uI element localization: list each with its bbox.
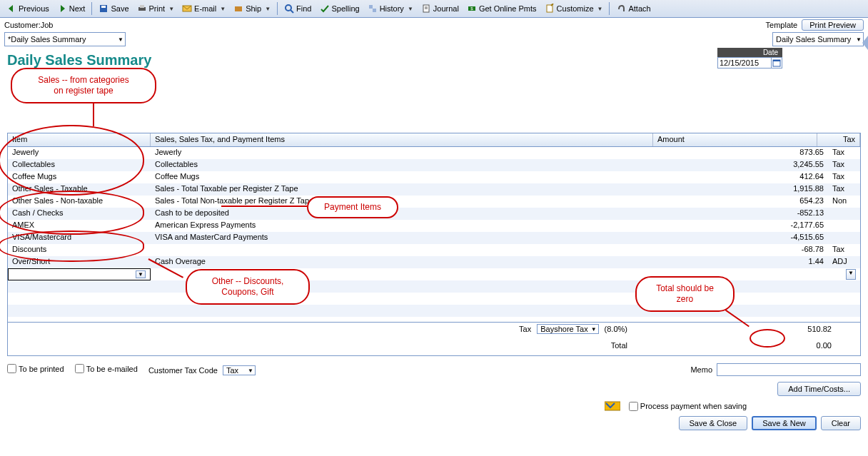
svg-rect-11: [373, 9, 376, 12]
find-button[interactable]: Find: [281, 2, 315, 15]
table-row[interactable]: Over/ShortCash Overage1.44ADJ: [8, 256, 860, 268]
cell-amount[interactable]: 873.65: [664, 147, 828, 159]
table-row-empty[interactable]: [8, 317, 860, 322]
cust-tax-code-dropdown[interactable]: Tax ▼: [223, 365, 256, 375]
cell-amount[interactable]: 412.64: [664, 171, 828, 183]
date-input[interactable]: [718, 58, 771, 68]
memo-input[interactable]: [717, 363, 861, 376]
sales-items-oval: [0, 125, 144, 196]
bottom-options-row: To be printed To be e-mailed Customer Ta…: [0, 359, 868, 380]
col-header-desc[interactable]: Sales, Sales Tax, and Payment Items: [151, 133, 653, 146]
callout-other: Other -- Discounts, Coupons, Gift: [186, 269, 310, 305]
save-button[interactable]: Save: [95, 2, 132, 15]
calendar-icon[interactable]: [771, 58, 782, 68]
to-be-printed-checkbox[interactable]: To be printed: [7, 364, 64, 373]
payment-icon: [605, 400, 620, 412]
save-icon: [99, 4, 108, 14]
callout-connector: [221, 206, 307, 207]
email-icon: [182, 4, 192, 14]
svg-marker-0: [9, 5, 13, 12]
save-close-button[interactable]: Save & Close: [679, 416, 748, 430]
tax-label: Tax: [519, 325, 531, 333]
cell-amount[interactable]: 654.23: [664, 196, 828, 208]
customize-button[interactable]: Customize ▼: [541, 2, 607, 15]
print-button[interactable]: Print ▼: [133, 2, 178, 15]
cell-tax[interactable]: ADJ: [828, 256, 860, 268]
cell-desc[interactable]: Coffee Mugs: [151, 171, 664, 183]
svg-rect-20: [773, 60, 780, 61]
spelling-button[interactable]: Spelling: [316, 2, 363, 15]
previous-button[interactable]: Previous: [3, 2, 53, 15]
cell-tax[interactable]: Non: [828, 196, 860, 208]
spelling-label: Spelling: [332, 4, 360, 13]
cell-desc[interactable]: Cash Overage: [151, 256, 664, 268]
to-be-emailed-input[interactable]: [75, 364, 84, 373]
table-row[interactable]: Other Sales - TaxableSales - Total Taxab…: [8, 183, 860, 196]
cell-tax-edit[interactable]: ▼: [828, 268, 860, 280]
dropdown-arrow-icon[interactable]: ▼: [408, 6, 413, 12]
cell-desc[interactable]: Jewerly: [151, 147, 664, 159]
cell-amount[interactable]: -68.78: [664, 244, 828, 256]
cell-tax[interactable]: Tax: [828, 244, 860, 256]
cell-desc[interactable]: Cash to be deposited: [151, 208, 664, 220]
email-button[interactable]: E-mail ▼: [178, 2, 229, 15]
customize-label: Customize: [557, 4, 594, 13]
svg-point-8: [286, 5, 291, 11]
dropdown-arrow-icon[interactable]: ▼: [168, 6, 174, 12]
to-be-emailed-checkbox[interactable]: To be e-mailed: [75, 364, 138, 373]
cell-amount[interactable]: 3,245.55: [664, 159, 828, 171]
cell-amount[interactable]: -852.13: [664, 208, 828, 220]
callout-total-text: Total should be zero: [656, 283, 714, 304]
cell-desc[interactable]: Collectables: [151, 159, 664, 171]
chevron-down-icon[interactable]: ▼: [846, 269, 856, 280]
cell-tax[interactable]: Tax: [828, 159, 860, 171]
get-online-pmts-button[interactable]: $ Get Online Pmts: [463, 2, 540, 15]
template-dropdown[interactable]: Daily Sales Summary ▼: [772, 32, 864, 46]
cell-tax[interactable]: [828, 208, 860, 220]
dropdown-arrow-icon[interactable]: ▼: [597, 6, 603, 12]
cell-amount[interactable]: 1,915.88: [664, 183, 828, 196]
svg-rect-3: [101, 6, 106, 8]
process-payment-checkbox[interactable]: Process payment when saving: [629, 402, 747, 411]
previous-label: Previous: [19, 4, 49, 13]
dropdown-arrow-icon[interactable]: ▼: [220, 6, 226, 12]
total-summary-row: Total 0.00: [7, 335, 861, 356]
process-payment-input[interactable]: [629, 402, 638, 411]
table-edit-row[interactable]: ▼▼: [8, 268, 860, 280]
next-button[interactable]: Next: [54, 2, 89, 15]
chevron-down-icon[interactable]: ▼: [136, 270, 146, 278]
dropdown-arrow-icon[interactable]: ▼: [265, 6, 271, 12]
cell-tax[interactable]: [828, 232, 860, 244]
cell-desc[interactable]: [151, 244, 664, 256]
cell-desc[interactable]: Sales - Total Taxable per Register Z Tap…: [151, 183, 664, 196]
cell-amount[interactable]: -4,515.65: [664, 232, 828, 244]
print-preview-button[interactable]: Print Preview: [802, 19, 864, 31]
col-header-tax[interactable]: Tax: [817, 133, 860, 146]
cell-desc[interactable]: American Express Payments: [151, 220, 664, 232]
cell-tax[interactable]: Tax: [828, 147, 860, 159]
cell-tax[interactable]: [828, 220, 860, 232]
clear-button[interactable]: Clear: [821, 416, 861, 430]
attach-button[interactable]: Attach: [612, 2, 654, 15]
col-header-amount[interactable]: Amount: [653, 133, 817, 146]
journal-button[interactable]: Journal: [418, 2, 463, 15]
customer-job-value: *Daily Sales Summary: [8, 35, 115, 44]
tax-item-value: Bayshore Tax: [540, 325, 587, 333]
cell-amount[interactable]: 1.44: [664, 256, 828, 268]
tax-rate-label: (8.0%): [605, 325, 627, 333]
ship-button[interactable]: Ship ▼: [230, 2, 274, 15]
cell-amount[interactable]: -2,177.65: [664, 220, 828, 232]
add-time-costs-button[interactable]: Add Time/Costs...: [777, 382, 861, 396]
ship-icon: [233, 4, 243, 14]
cell-tax[interactable]: Tax: [828, 171, 860, 183]
to-be-printed-input[interactable]: [7, 364, 16, 373]
cell-item-edit[interactable]: ▼: [8, 268, 151, 280]
tax-item-dropdown[interactable]: Bayshore Tax ▼: [537, 324, 598, 334]
find-icon: [284, 4, 294, 14]
customer-job-dropdown[interactable]: *Daily Sales Summary ▼: [4, 32, 126, 46]
save-new-button[interactable]: Save & New: [752, 416, 817, 430]
cell-desc[interactable]: VISA and MasterCard Payments: [151, 232, 664, 244]
date-box: Date: [717, 48, 782, 69]
history-button[interactable]: History ▼: [364, 2, 417, 15]
cell-tax[interactable]: Tax: [828, 183, 860, 196]
